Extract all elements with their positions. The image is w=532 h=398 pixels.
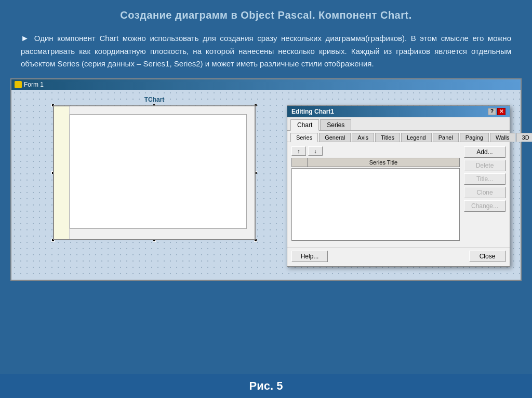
subtab-general[interactable]: General xyxy=(319,133,351,142)
series-col1-header xyxy=(292,158,308,167)
subtab-legend[interactable]: Legend xyxy=(401,133,432,142)
dialog-help-button[interactable]: ? xyxy=(488,108,496,115)
subtab-series[interactable]: Series xyxy=(290,133,318,142)
arrow-buttons: ↑ ↓ xyxy=(291,146,460,156)
form-icon xyxy=(15,81,22,88)
form-content: TChart Editing Chart1 ? ✕ xyxy=(11,90,521,279)
bottom-caption: Рис. 5 xyxy=(0,374,532,398)
subtab-walls[interactable]: Walls xyxy=(490,133,515,142)
dialog-close-x-button[interactable]: ✕ xyxy=(497,108,506,115)
move-down-button[interactable]: ↓ xyxy=(308,146,323,156)
tchart-left-axis xyxy=(54,106,70,239)
dialog-right-buttons: Add... Delete Title... Clone Change... xyxy=(464,146,506,243)
form-title: Form 1 xyxy=(24,81,44,88)
close-button[interactable]: Close xyxy=(469,251,506,262)
tab-series[interactable]: Series xyxy=(320,119,351,130)
tchart-plot-area xyxy=(70,114,247,229)
form-window: Form 1 TChart Editing Chart1 ? xyxy=(10,78,522,281)
tab-chart[interactable]: Chart xyxy=(290,119,319,131)
subtab-axis[interactable]: Axis xyxy=(352,133,374,142)
series-list[interactable] xyxy=(291,168,460,241)
editing-chart-dialog: Editing Chart1 ? ✕ Chart Series Series G… xyxy=(287,105,510,267)
delete-button[interactable]: Delete xyxy=(464,160,506,171)
title-button[interactable]: Title... xyxy=(464,173,506,185)
series-title-header: Series Title xyxy=(308,158,459,167)
subtab-titles[interactable]: Titles xyxy=(375,133,400,142)
tchart-component[interactable]: TChart xyxy=(53,105,256,240)
body-paragraph: ►Один компонент Chart можно использовать… xyxy=(21,32,511,70)
caption-text: Рис. 5 xyxy=(249,379,283,392)
subtab-3d[interactable]: 3D xyxy=(516,133,532,142)
help-button[interactable]: Help... xyxy=(291,251,328,262)
dialog-tab-bar: Chart Series xyxy=(287,117,510,131)
change-button[interactable]: Change... xyxy=(464,200,506,212)
dialog-controls: ? ✕ xyxy=(488,108,506,115)
bullet-icon: ► xyxy=(21,32,29,45)
add-button[interactable]: Add... xyxy=(464,146,506,158)
dialog-left-panel: ↑ ↓ Series Title xyxy=(291,146,460,243)
page-title: Создание диаграмм в Object Pascal. Компо… xyxy=(0,0,532,26)
subtab-paging[interactable]: Paging xyxy=(460,133,489,142)
tchart-label: TChart xyxy=(144,96,165,103)
dialog-titlebar: Editing Chart1 ? ✕ xyxy=(287,106,510,117)
move-up-button[interactable]: ↑ xyxy=(291,146,306,156)
series-list-header: Series Title xyxy=(291,158,460,167)
dialog-body: ↑ ↓ Series Title Add... Delete xyxy=(287,142,510,247)
dialog-main-layout: ↑ ↓ Series Title Add... Delete xyxy=(291,146,506,243)
dialog-subtab-bar: Series General Axis Titles Legend Panel … xyxy=(287,131,510,142)
dialog-footer: Help... Close xyxy=(287,247,510,266)
clone-button[interactable]: Clone xyxy=(464,187,506,198)
subtab-panel[interactable]: Panel xyxy=(433,133,459,142)
form-titlebar: Form 1 xyxy=(11,79,521,90)
tchart-inner xyxy=(53,105,256,240)
dialog-title: Editing Chart1 xyxy=(291,108,334,115)
